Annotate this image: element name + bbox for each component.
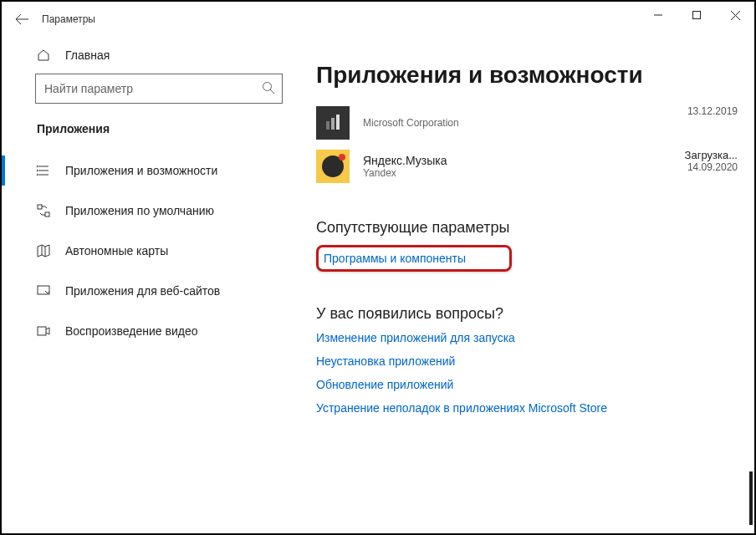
- maximize-button[interactable]: [677, 2, 716, 28]
- help-link-startup[interactable]: Изменение приложений для запуска: [316, 331, 743, 344]
- svg-point-9: [37, 166, 38, 167]
- sidebar-section-label: Приложения: [37, 122, 284, 135]
- nav-default-apps[interactable]: Приложения по умолчанию: [2, 191, 284, 231]
- list-icon: [35, 164, 52, 177]
- maps-icon: [35, 244, 52, 257]
- svg-line-5: [270, 89, 274, 94]
- svg-point-11: [37, 174, 38, 176]
- back-button[interactable]: [2, 2, 42, 37]
- nav-label: Автономные карты: [65, 244, 168, 257]
- nav-list: Приложения и возможности Приложения по у…: [2, 150, 284, 351]
- help-link-update[interactable]: Обновление приложений: [316, 378, 743, 391]
- svg-rect-19: [331, 118, 335, 130]
- app-publisher: Yandex: [363, 167, 447, 179]
- highlighted-link-box: Программы и компоненты: [316, 245, 512, 272]
- svg-rect-18: [326, 121, 329, 130]
- search-box[interactable]: [35, 74, 283, 104]
- app-date: 14.09.2020: [685, 161, 738, 173]
- help-link-uninstall[interactable]: Неустановка приложений: [316, 354, 743, 368]
- app-publisher: Microsoft Corporation: [363, 117, 459, 129]
- scrollbar-thumb[interactable]: [749, 471, 753, 525]
- close-button[interactable]: [716, 2, 754, 28]
- settings-window: Параметры Главная Приложения Приложения …: [0, 0, 756, 535]
- app-date: 13.12.2019: [687, 105, 738, 117]
- programs-components-link[interactable]: Программы и компоненты: [324, 252, 466, 265]
- main-content: Приложения и возможности Microsoft Corpo…: [316, 62, 743, 415]
- defaults-icon: [35, 204, 52, 217]
- minimize-button[interactable]: [639, 2, 677, 28]
- web-apps-icon: [35, 284, 52, 298]
- svg-rect-17: [38, 327, 46, 335]
- nav-label: Приложения по умолчанию: [65, 204, 214, 217]
- app-icon: [316, 150, 350, 183]
- svg-rect-1: [693, 12, 701, 19]
- svg-rect-13: [45, 212, 49, 217]
- search-input[interactable]: [36, 74, 253, 103]
- svg-point-10: [37, 170, 38, 171]
- app-size: Загрузка...: [685, 149, 738, 161]
- home-icon: [35, 48, 52, 62]
- app-row-yandex-music[interactable]: Яндекс.Музыка Yandex Загрузка... 14.09.2…: [316, 147, 743, 186]
- nav-video-playback[interactable]: Воспроизведение видео: [2, 311, 284, 351]
- svg-rect-12: [38, 205, 42, 209]
- window-title: Параметры: [42, 13, 95, 25]
- help-link-troubleshoot[interactable]: Устранение неполадок в приложениях Micro…: [316, 401, 743, 415]
- search-icon: [262, 81, 275, 94]
- nav-label: Приложения для веб-сайтов: [65, 284, 220, 298]
- nav-web-apps[interactable]: Приложения для веб-сайтов: [2, 271, 284, 311]
- sidebar: Главная Приложения Приложения и возможно…: [2, 48, 296, 351]
- app-name: Яндекс.Музыка: [363, 154, 447, 167]
- home-label: Главная: [65, 48, 110, 62]
- nav-offline-maps[interactable]: Автономные карты: [2, 231, 284, 271]
- titlebar: Параметры: [2, 2, 754, 37]
- page-heading: Приложения и возможности: [316, 62, 743, 89]
- nav-label: Приложения и возможности: [65, 164, 217, 177]
- app-row-microsoft[interactable]: Microsoft Corporation 13.12.2019: [316, 104, 743, 142]
- help-heading: У вас появились вопросы?: [316, 305, 743, 323]
- home-nav[interactable]: Главная: [35, 48, 284, 62]
- nav-apps-features[interactable]: Приложения и возможности: [2, 150, 284, 191]
- related-heading: Сопутствующие параметры: [316, 219, 743, 237]
- svg-rect-20: [336, 115, 340, 130]
- app-icon: [316, 106, 350, 140]
- video-icon: [35, 324, 52, 338]
- nav-label: Воспроизведение видео: [65, 324, 197, 338]
